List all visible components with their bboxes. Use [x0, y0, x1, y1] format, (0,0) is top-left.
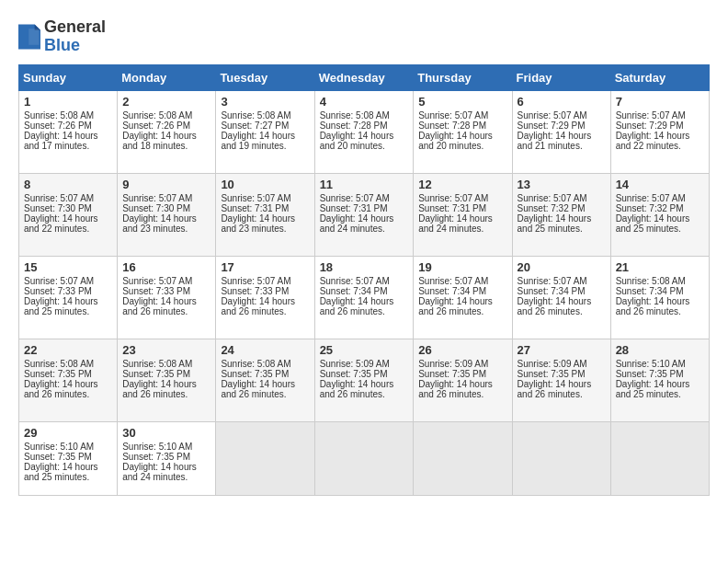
calendar-cell: 10Sunrise: 5:07 AMSunset: 7:31 PMDayligh… [216, 173, 314, 256]
calendar-cell: 29Sunrise: 5:10 AMSunset: 7:35 PMDayligh… [19, 421, 118, 495]
daylight-label: Daylight: 14 hours and 24 minutes. [418, 213, 493, 234]
sunrise-label: Sunrise: 5:09 AM [418, 359, 488, 369]
calendar-cell: 21Sunrise: 5:08 AMSunset: 7:34 PMDayligh… [610, 256, 709, 339]
daylight-label: Daylight: 14 hours and 20 minutes. [320, 131, 394, 151]
calendar-cell: 13Sunrise: 5:07 AMSunset: 7:32 PMDayligh… [512, 173, 610, 256]
col-header-saturday: Saturday [610, 64, 709, 90]
sunset-label: Sunset: 7:35 PM [320, 369, 388, 379]
daylight-label: Daylight: 14 hours and 24 minutes. [320, 213, 394, 234]
calendar-cell: 4Sunrise: 5:08 AMSunset: 7:28 PMDaylight… [314, 90, 414, 173]
day-number: 25 [320, 343, 409, 357]
calendar-cell: 24Sunrise: 5:08 AMSunset: 7:35 PMDayligh… [216, 339, 314, 421]
calendar-week-2: 8Sunrise: 5:07 AMSunset: 7:30 PMDaylight… [19, 173, 710, 256]
day-number: 11 [320, 178, 409, 191]
calendar-cell: 23Sunrise: 5:08 AMSunset: 7:35 PMDayligh… [118, 339, 216, 421]
sunset-label: Sunset: 7:27 PM [221, 121, 289, 131]
sunset-label: Sunset: 7:35 PM [221, 369, 289, 379]
daylight-label: Daylight: 14 hours and 25 minutes. [616, 213, 690, 234]
calendar-cell: 16Sunrise: 5:07 AMSunset: 7:33 PMDayligh… [118, 256, 216, 339]
day-number: 3 [221, 95, 309, 109]
calendar-week-4: 22Sunrise: 5:08 AMSunset: 7:35 PMDayligh… [19, 339, 710, 421]
calendar-cell: 25Sunrise: 5:09 AMSunset: 7:35 PMDayligh… [314, 339, 414, 421]
day-number: 20 [518, 260, 606, 274]
sunrise-label: Sunrise: 5:09 AM [518, 359, 587, 369]
sunrise-label: Sunrise: 5:07 AM [418, 276, 488, 286]
sunrise-label: Sunrise: 5:08 AM [122, 359, 192, 369]
calendar: SundayMondayTuesdayWednesdayThursdayFrid… [18, 64, 710, 496]
calendar-cell [414, 421, 512, 495]
daylight-label: Daylight: 14 hours and 22 minutes. [616, 131, 690, 151]
day-number: 13 [518, 178, 606, 191]
day-number: 16 [122, 260, 210, 274]
calendar-week-5: 29Sunrise: 5:10 AMSunset: 7:35 PMDayligh… [19, 421, 710, 495]
sunset-label: Sunset: 7:32 PM [518, 203, 586, 213]
calendar-cell: 30Sunrise: 5:10 AMSunset: 7:35 PMDayligh… [118, 421, 216, 495]
daylight-label: Daylight: 14 hours and 24 minutes. [122, 462, 197, 482]
sunrise-label: Sunrise: 5:07 AM [616, 110, 686, 121]
day-number: 4 [320, 95, 409, 109]
calendar-cell: 11Sunrise: 5:07 AMSunset: 7:31 PMDayligh… [314, 173, 414, 256]
day-number: 18 [320, 260, 409, 274]
calendar-cell: 1Sunrise: 5:08 AMSunset: 7:26 PMDaylight… [19, 90, 118, 173]
sunset-label: Sunset: 7:34 PM [616, 286, 684, 296]
daylight-label: Daylight: 14 hours and 25 minutes. [518, 213, 592, 234]
logo: General Blue [18, 18, 106, 55]
sunrise-label: Sunrise: 5:07 AM [24, 276, 94, 286]
sunset-label: Sunset: 7:35 PM [24, 452, 92, 462]
page-header: General Blue [18, 18, 710, 55]
daylight-label: Daylight: 14 hours and 26 minutes. [122, 296, 197, 316]
daylight-label: Daylight: 14 hours and 25 minutes. [616, 379, 690, 399]
logo-text: General Blue [44, 18, 106, 55]
sunrise-label: Sunrise: 5:10 AM [616, 359, 686, 369]
day-number: 26 [418, 343, 506, 357]
sunset-label: Sunset: 7:35 PM [616, 369, 684, 379]
day-number: 10 [221, 178, 309, 191]
sunrise-label: Sunrise: 5:07 AM [518, 276, 587, 286]
day-number: 5 [418, 95, 506, 109]
calendar-cell: 14Sunrise: 5:07 AMSunset: 7:32 PMDayligh… [610, 173, 709, 256]
calendar-cell: 27Sunrise: 5:09 AMSunset: 7:35 PMDayligh… [512, 339, 610, 421]
day-number: 2 [122, 95, 210, 109]
calendar-cell [216, 421, 314, 495]
sunset-label: Sunset: 7:28 PM [320, 121, 388, 131]
calendar-cell: 6Sunrise: 5:07 AMSunset: 7:29 PMDaylight… [512, 90, 610, 173]
calendar-cell: 17Sunrise: 5:07 AMSunset: 7:33 PMDayligh… [216, 256, 314, 339]
sunrise-label: Sunrise: 5:07 AM [320, 193, 390, 203]
sunrise-label: Sunrise: 5:10 AM [24, 442, 94, 452]
sunrise-label: Sunrise: 5:08 AM [616, 276, 686, 286]
sunrise-label: Sunrise: 5:08 AM [320, 110, 390, 121]
sunset-label: Sunset: 7:35 PM [518, 369, 586, 379]
sunrise-label: Sunrise: 5:07 AM [221, 276, 290, 286]
day-number: 30 [122, 426, 210, 440]
daylight-label: Daylight: 14 hours and 26 minutes. [221, 379, 295, 399]
calendar-cell: 22Sunrise: 5:08 AMSunset: 7:35 PMDayligh… [19, 339, 118, 421]
daylight-label: Daylight: 14 hours and 25 minutes. [24, 296, 98, 316]
sunset-label: Sunset: 7:33 PM [122, 286, 190, 296]
calendar-cell: 26Sunrise: 5:09 AMSunset: 7:35 PMDayligh… [414, 339, 512, 421]
daylight-label: Daylight: 14 hours and 26 minutes. [320, 379, 394, 399]
day-number: 17 [221, 260, 309, 274]
day-number: 6 [518, 95, 606, 109]
sunset-label: Sunset: 7:34 PM [518, 286, 586, 296]
daylight-label: Daylight: 14 hours and 26 minutes. [122, 379, 197, 399]
daylight-label: Daylight: 14 hours and 21 minutes. [518, 131, 592, 151]
logo-blue: Blue [44, 36, 80, 54]
sunrise-label: Sunrise: 5:07 AM [221, 193, 290, 203]
sunset-label: Sunset: 7:29 PM [518, 121, 586, 131]
sunset-label: Sunset: 7:26 PM [122, 121, 190, 131]
sunset-label: Sunset: 7:31 PM [221, 203, 289, 213]
sunrise-label: Sunrise: 5:08 AM [221, 359, 290, 369]
daylight-label: Daylight: 14 hours and 18 minutes. [122, 131, 197, 151]
sunset-label: Sunset: 7:35 PM [122, 452, 190, 462]
daylight-label: Daylight: 14 hours and 17 minutes. [24, 131, 98, 151]
daylight-label: Daylight: 14 hours and 19 minutes. [221, 131, 295, 151]
sunrise-label: Sunrise: 5:07 AM [616, 193, 686, 203]
day-number: 22 [24, 343, 112, 357]
day-number: 28 [616, 343, 704, 357]
day-number: 27 [518, 343, 606, 357]
sunrise-label: Sunrise: 5:07 AM [518, 110, 587, 121]
sunset-label: Sunset: 7:35 PM [418, 369, 486, 379]
day-number: 21 [616, 260, 704, 274]
logo-general: General [44, 18, 106, 37]
sunset-label: Sunset: 7:33 PM [221, 286, 289, 296]
